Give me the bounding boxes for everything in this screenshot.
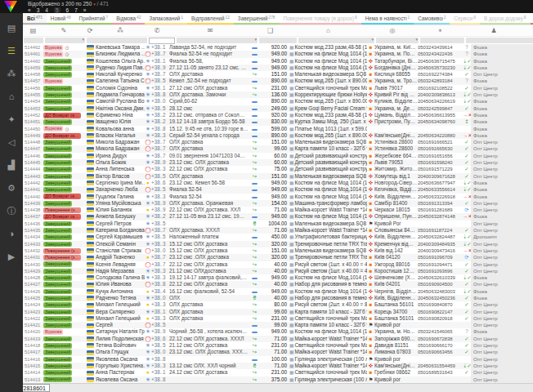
tracking-number[interactable]: 0501690672838: [418, 336, 463, 342]
table-row[interactable]: 514421 Завершений Сергей ◯ +38… 5 ▬ 99.0…: [23, 322, 533, 328]
client-phone[interactable]: +38…: [151, 132, 163, 139]
tracking-number[interactable]: 20450631554459: [418, 363, 463, 369]
tracking-number[interactable]: 0503243422436: [418, 51, 463, 57]
tracking-number[interactable]: 20400309473416: [418, 247, 463, 254]
tracking-number[interactable]: 20450632824487: [418, 234, 463, 240]
table-row[interactable]: 514442 Завершений Сергієнко Ірина Ми… ● …: [23, 180, 533, 186]
client-name[interactable]: Станіслав Стрижак: [96, 247, 145, 254]
table-row[interactable]: 514456 Завершений Соломія Сідоніна ✳ +38…: [23, 85, 533, 91]
tracking-number[interactable]: 0501690904500: [418, 281, 463, 287]
client-name[interactable]: Тетяна Войтович: [96, 342, 145, 349]
tracking-number[interactable]: 0501691281689: [418, 207, 463, 213]
client-phone[interactable]: +38…: [151, 71, 163, 78]
phone-column-icon[interactable]: ✆: [145, 27, 169, 34]
clients-icon[interactable]: ⁂: [4, 67, 19, 81]
app-logo-icon[interactable]: [4, 1, 17, 12]
filter-box-9[interactable]: [466, 38, 533, 43]
client-name[interactable]: Кошелева Ольга Ар…: [96, 58, 145, 65]
filter-dropdown-icon[interactable]: ▾: [254, 37, 257, 42]
filter-input-3[interactable]: [149, 38, 175, 44]
table-row[interactable]: 514453 Завершений Нікітіна Оксана Дми… ✳…: [23, 105, 533, 112]
client-name[interactable]: Анна Липенська: [96, 166, 145, 172]
client-phone[interactable]: +38…: [151, 241, 163, 247]
client-name[interactable]: Олексій Семанін: [96, 241, 145, 247]
tab-all[interactable]: Всі471: [23, 13, 47, 24]
client-name[interactable]: Близнюк Людмила …: [96, 51, 145, 57]
client-phone[interactable]: +38…: [151, 336, 163, 342]
client-name[interactable]: Салегина Татьяна С…: [96, 78, 145, 84]
filter-box-4[interactable]: ▾: [177, 38, 258, 43]
tracking-number[interactable]: 20450636677947: [418, 180, 463, 186]
client-phone[interactable]: +38…: [151, 180, 163, 186]
client-name[interactable]: Анна Пастернак: [96, 369, 145, 376]
tracking-number[interactable]: 0501691313394: [418, 200, 463, 207]
tracking-number[interactable]: 0501691666521: [418, 139, 463, 145]
tracking-number[interactable]: 20450634220880: [418, 132, 463, 139]
client-phone[interactable]: +38…: [151, 200, 163, 207]
filter-box-2[interactable]: [87, 38, 147, 43]
table-row[interactable]: 514450 Відмова◷ Ковальова анна ✳ +38… 8 …: [23, 126, 533, 132]
table-row[interactable]: 514438 Повернення (з… Юлия Баланюк ● +38…: [23, 207, 533, 213]
table-row[interactable]: 514458 Завершений Николай Кучеренко ✳ +3…: [23, 71, 533, 78]
dashboard-icon[interactable]: ▤: [4, 21, 19, 35]
tracking-number[interactable]: 0501691571229: [418, 166, 463, 172]
table-row[interactable]: 514413 Завершений Яковлева Оксана ✳ +38……: [23, 376, 533, 383]
filter-dropdown-icon[interactable]: ▾: [82, 37, 84, 42]
client-phone[interactable]: +38…: [151, 301, 163, 308]
marketing-icon[interactable]: ◁: [4, 136, 19, 149]
tracking-number[interactable]: 0501691651656: [418, 153, 463, 159]
table-row[interactable]: 514414 Завершений Анна Пастернак ● +38… …: [23, 369, 533, 376]
tracking-number[interactable]: 20450632874148: [418, 213, 463, 220]
ttn-column-icon[interactable]: ⌖: [418, 27, 463, 35]
tracking-number[interactable]: 20450632610339: [418, 274, 463, 281]
table-row[interactable]: 514443 Завершений Віктор Власов ◯ +38… 5…: [23, 173, 533, 180]
filter-box-5[interactable]: [259, 38, 297, 43]
table-row[interactable]: 514425 Завершений Радченко Тетяна ✳ +38……: [23, 295, 533, 301]
client-phone[interactable]: +38…: [151, 51, 163, 57]
client-phone[interactable]: +38…: [151, 322, 163, 328]
table-row[interactable]: 514457 Відмова Салегина Татьяна С… ◯ +38…: [23, 78, 533, 84]
tracking-number[interactable]: 0501691096709: [418, 254, 463, 261]
info-icon[interactable]: ⓘ: [4, 204, 19, 218]
client-name[interactable]: Микола Бадражан: [96, 145, 145, 152]
client-name[interactable]: Юлия Баланюк: [96, 207, 145, 213]
client-name[interactable]: Андрій Ткаченко: [96, 254, 145, 261]
comment-column-icon[interactable]: ✉: [169, 27, 251, 34]
tracking-number[interactable]: 20450632450236: [418, 295, 463, 301]
filter-box-7[interactable]: ▾: [376, 38, 419, 43]
client-name[interactable]: Ксенія Левадняя: [96, 261, 145, 268]
tracking-number[interactable]: [418, 356, 463, 363]
orders-icon[interactable]: ☰: [4, 44, 19, 58]
client-name[interactable]: Ирина Дидух: [96, 153, 145, 159]
client-phone[interactable]: +38…: [151, 268, 163, 274]
client-phone[interactable]: +38…: [151, 288, 163, 295]
client-phone[interactable]: +38…: [151, 315, 163, 322]
client-name[interactable]: Нікітіна Оксана Дми…: [96, 105, 145, 112]
client-phone[interactable]: +38…: [151, 261, 163, 268]
client-phone[interactable]: +38…: [151, 139, 163, 145]
client-phone[interactable]: +38…: [151, 85, 163, 91]
filter-box-0[interactable]: [24, 38, 43, 43]
client-name[interactable]: Сергей: [96, 322, 145, 328]
client-phone[interactable]: +38…: [151, 349, 163, 355]
table-row[interactable]: 514422 Завершений Михаил Гилецький ● +38…: [23, 315, 533, 322]
tracking-number[interactable]: 20450636715475: [418, 58, 463, 65]
tab-9[interactable]: Самовивіз2: [414, 13, 450, 24]
table-row[interactable]: 514436 Завершений Сергей Петров ✳ +38… 5…: [23, 220, 533, 227]
table-row[interactable]: 514429 Завершений Надія Мерзаєва ✳ +38… …: [23, 268, 533, 274]
client-phone[interactable]: +38…: [151, 186, 163, 193]
client-column-icon[interactable]: ⁂: [96, 27, 145, 34]
client-name[interactable]: Яковлева Оксана: [96, 356, 145, 363]
client-name[interactable]: Ольга Глущук: [96, 349, 145, 355]
table-row[interactable]: 514444 Завершений Анна Липенська ◯ +38… …: [23, 166, 533, 172]
table-row[interactable]: 514461 Відмова◷ Близнюк Людмила … ◯ +38……: [23, 51, 533, 57]
tab-4[interactable]: Запакований1: [145, 13, 187, 24]
tracking-number[interactable]: [418, 126, 463, 132]
table-row[interactable]: 514449 ДО Возврат ск… Власюк Наталья ✳ +…: [23, 132, 533, 139]
range-dropdown-icon[interactable]: ▾: [93, 2, 96, 7]
client-name[interactable]: Віктор Власов: [96, 173, 145, 180]
tab-7[interactable]: Повернення товару (в дорозі)0: [280, 13, 361, 24]
table-row[interactable]: 514430 Завершений Ксенія Левадняя ◯ +38……: [23, 261, 533, 268]
filter-box-6[interactable]: ▾: [298, 38, 374, 43]
tab-10[interactable]: Сервіси0: [450, 13, 480, 24]
